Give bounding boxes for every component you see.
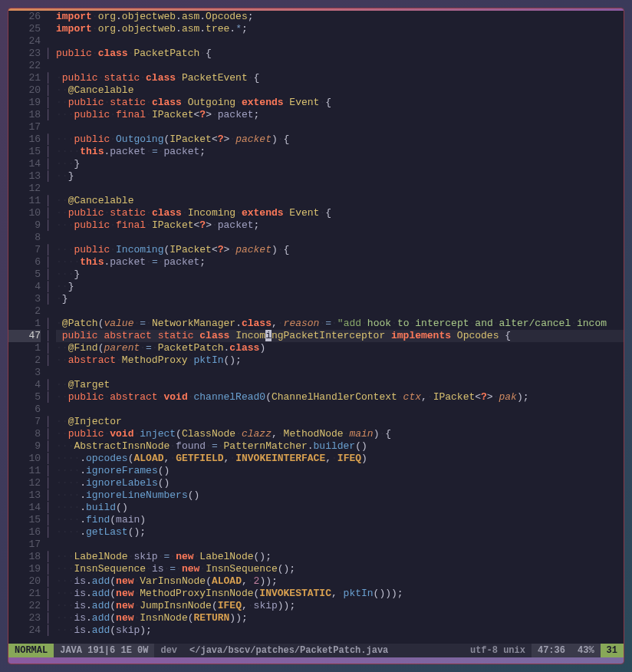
editor-window: 2625242322212019181716151413121110987654… (8, 8, 624, 664)
mode-indicator: NORMAL (8, 644, 54, 657)
code-area[interactable]: 2625242322212019181716151413121110987654… (8, 11, 624, 644)
scroll-percent: 43% (571, 644, 601, 657)
column-number: 31 (601, 644, 624, 657)
file-info: JAVA 191|6 1E 0W (54, 644, 154, 657)
status-bar: NORMAL JAVA 191|6 1E 0W dev </java/bscv/… (8, 644, 624, 657)
fold-column: ││││││││││││││││││││││││││││││││││││││││ (45, 11, 56, 644)
line-number-gutter: 2625242322212019181716151413121110987654… (8, 11, 45, 644)
file-path: </java/bscv/patches/PacketPatch.java (183, 644, 464, 657)
git-branch: dev (154, 644, 183, 657)
encoding: utf-8 unix (464, 644, 532, 657)
code-content[interactable]: import·org.objectweb.asm.Opcodes;import·… (56, 11, 624, 644)
window-bottom-border (8, 657, 624, 664)
cursor-position: 47:36 (532, 644, 571, 657)
